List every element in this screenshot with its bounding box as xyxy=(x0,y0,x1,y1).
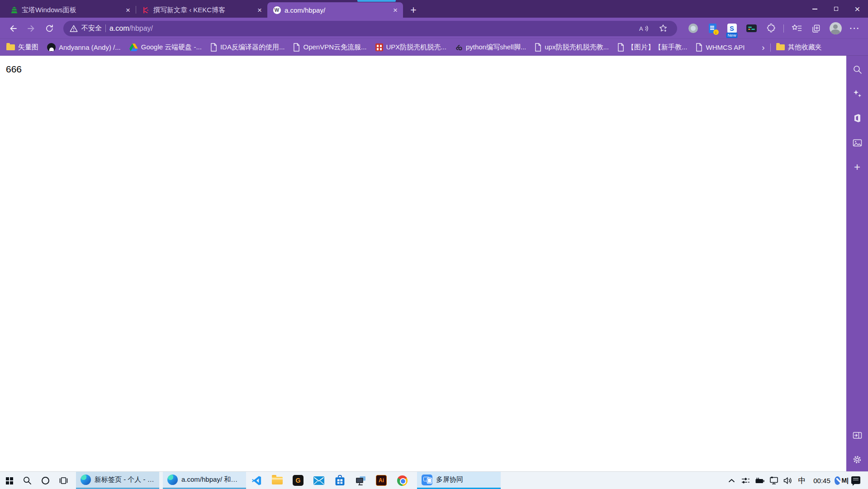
sidebar-search-button[interactable] xyxy=(850,62,864,77)
office-icon xyxy=(853,114,862,123)
bookmark-whmcs-api[interactable]: WHMCS API xyxy=(696,43,745,52)
cortana-button[interactable] xyxy=(36,472,54,489)
bookmark-openvpn[interactable]: OpenVPN云免流服... xyxy=(293,43,366,52)
maximize-restore-button[interactable] xyxy=(825,0,847,18)
favorites-list-icon xyxy=(792,24,802,33)
extension-keyboard-button[interactable] xyxy=(745,21,758,36)
address-bar[interactable]: 不安全 a.com/hbpay/ A xyxy=(63,21,677,36)
sidebar-office-button[interactable] xyxy=(850,111,864,125)
file-explorer-icon xyxy=(272,477,283,484)
windows-taskbar: 新标签页 - 个人 - Mi... a.com/hbpay/ 和另... 多屏协… xyxy=(0,471,868,489)
extension-s-button[interactable]: New xyxy=(725,21,739,36)
tray-battery-button[interactable] xyxy=(753,472,767,489)
display-app-icon xyxy=(356,476,366,485)
taskbar-window-edge-hbpay[interactable]: a.com/hbpay/ 和另... xyxy=(163,472,246,489)
open-panel-icon xyxy=(853,431,862,440)
read-aloud-icon: A xyxy=(639,24,649,32)
sidebar-discover-button[interactable] xyxy=(850,86,864,101)
sidebar-open-panel-button[interactable] xyxy=(850,428,864,442)
taskbar-file-explorer-button[interactable] xyxy=(267,472,288,489)
tray-clock[interactable]: 00:45 xyxy=(809,477,835,484)
minimize-icon xyxy=(812,9,817,10)
bookmark-tupian[interactable]: 【图片】【新手教... xyxy=(617,43,688,52)
refresh-button[interactable] xyxy=(42,21,57,36)
taskbar-g-app-button[interactable] xyxy=(288,472,308,489)
other-favorites-folder[interactable]: 其他收藏夹 xyxy=(776,43,822,52)
favorites-button[interactable] xyxy=(790,21,803,36)
folder-icon xyxy=(776,44,785,50)
red-seal-icon xyxy=(375,43,383,51)
pen-icon xyxy=(835,476,840,485)
task-view-icon xyxy=(59,476,68,485)
restore-icon xyxy=(834,7,838,11)
bookmark-ida[interactable]: IDA反编译器的使用... xyxy=(210,43,285,52)
sparkles-icon xyxy=(853,89,862,99)
minimize-button[interactable] xyxy=(804,0,825,18)
tab-title: 撰写新文章 ‹ KEKC博客 xyxy=(153,6,252,14)
bookmark-upx-2[interactable]: upx防脱壳机脱壳教... xyxy=(535,43,609,52)
url-text[interactable]: a.com/hbpay/ xyxy=(109,24,153,33)
browser-toolbar: 不安全 a.com/hbpay/ A New xyxy=(0,18,868,39)
bookmark-upx-1[interactable]: UPX防脱壳机脱壳... xyxy=(375,43,446,52)
read-aloud-button[interactable]: A xyxy=(636,21,652,36)
extension-download-doc-button[interactable] xyxy=(706,21,719,36)
tray-network-button[interactable] xyxy=(767,472,781,489)
tab-kekc-blog[interactable]: 撰写新文章 ‹ KEKC博客 xyxy=(136,2,267,18)
back-button[interactable] xyxy=(5,21,21,36)
collections-icon xyxy=(811,24,821,33)
browser-content-area: 666 xyxy=(0,56,868,471)
settings-more-button[interactable] xyxy=(848,21,862,36)
ime-mode-indicator[interactable]: 中 xyxy=(795,475,809,486)
taskbar-display-app-button[interactable] xyxy=(350,472,371,489)
forward-arrow-icon xyxy=(27,24,36,33)
close-window-button[interactable] xyxy=(847,0,868,18)
new-tab-button[interactable] xyxy=(406,3,421,17)
add-favorite-star-button[interactable] xyxy=(655,21,671,36)
sidebar-image-tool-button[interactable] xyxy=(850,135,864,150)
tray-volume-button[interactable] xyxy=(781,472,795,489)
taskbar-vscode-button[interactable] xyxy=(246,472,267,489)
extension-circle-button[interactable] xyxy=(686,21,700,36)
collections-button[interactable] xyxy=(809,21,823,36)
bookmark-python-shell[interactable]: python编写shell脚... xyxy=(455,43,526,52)
tray-hidden-icons-button[interactable] xyxy=(725,472,739,489)
mail-icon xyxy=(313,476,324,485)
taskbar-mail-button[interactable] xyxy=(308,472,329,489)
taskbar-search-button[interactable] xyxy=(18,472,36,489)
tab-acom-hbpay[interactable]: a.com/hbpay/ xyxy=(267,2,403,18)
task-view-button[interactable] xyxy=(54,472,72,489)
tab-baota-panel[interactable]: 宝塔Windows面板 xyxy=(5,2,136,18)
tab-close-icon[interactable] xyxy=(255,5,265,15)
tab-close-icon[interactable] xyxy=(390,5,400,15)
bookmark-google-drive[interactable]: Google 云端硬盘 -... xyxy=(129,43,202,52)
tab-close-icon[interactable] xyxy=(123,5,133,15)
taskbar-chrome-button[interactable] xyxy=(392,472,413,489)
profile-button[interactable] xyxy=(829,21,842,36)
taskbar-store-button[interactable] xyxy=(329,472,350,489)
notification-icon xyxy=(851,476,860,484)
baota-icon xyxy=(10,6,18,14)
bookmarks-overflow-chevron-icon[interactable] xyxy=(762,43,764,53)
taskbar-window-multiscreen[interactable]: 多屏协同 xyxy=(417,472,501,489)
document-icon xyxy=(535,43,541,52)
tray-pen-button[interactable] xyxy=(835,472,849,489)
bookmark-vector-folder[interactable]: 矢量图 xyxy=(6,43,38,52)
svg-text:A: A xyxy=(639,25,643,32)
taskbar-illustrator-button[interactable] xyxy=(371,472,392,489)
search-icon xyxy=(23,476,32,485)
speaker-icon xyxy=(783,477,792,484)
extension-icons-row: New xyxy=(686,21,862,36)
notification-center-button[interactable] xyxy=(849,472,863,489)
page-content: 666 xyxy=(0,56,846,471)
star-add-icon xyxy=(659,24,668,33)
sidebar-customize-plus-button[interactable] xyxy=(850,160,864,174)
extensions-menu-button[interactable] xyxy=(764,21,778,36)
bookmark-github[interactable]: Andyanna (Andy) /... xyxy=(47,43,121,52)
taskbar-window-edge-newtab[interactable]: 新标签页 - 个人 - Mi... xyxy=(76,472,159,489)
tray-mixer-button[interactable] xyxy=(739,472,753,489)
sidebar-settings-button[interactable] xyxy=(850,452,864,467)
forward-button[interactable] xyxy=(24,21,39,36)
avatar xyxy=(830,22,842,34)
start-button[interactable] xyxy=(0,472,18,489)
vscode-icon xyxy=(251,475,262,486)
